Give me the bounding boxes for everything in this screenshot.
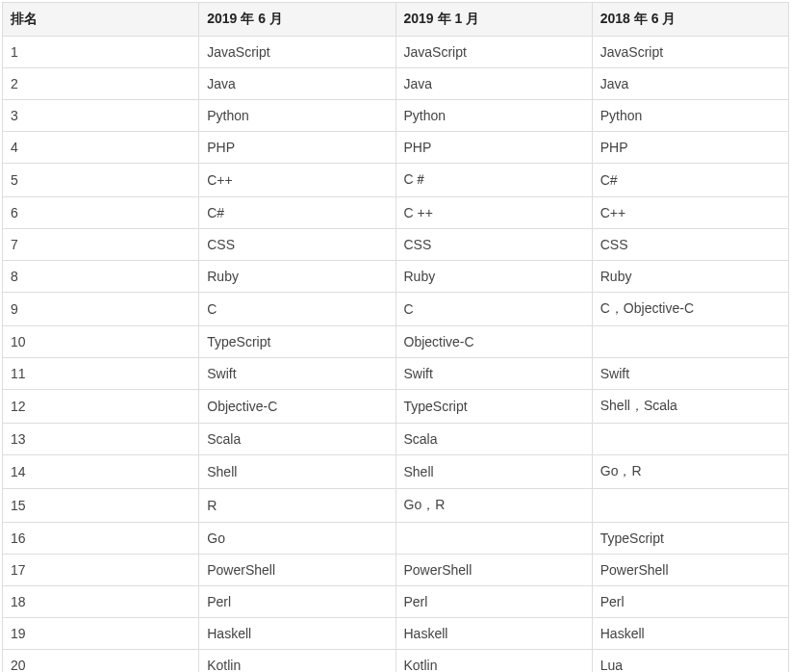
table-row: 2JavaJavaJava [3,68,789,100]
cell-value: Swift [592,358,788,390]
cell-rank: 14 [3,455,199,489]
cell-value: PHP [199,132,396,164]
cell-value: PHP [592,132,788,164]
cell-value: JavaScript [396,37,592,68]
cell-value: C++ [199,164,396,197]
cell-value: Swift [396,358,592,390]
cell-value: Python [396,100,592,132]
cell-rank: 20 [3,650,199,673]
cell-value: Perl [396,586,592,618]
cell-value: Kotlin [396,650,592,673]
cell-value: PowerShell [396,555,592,586]
cell-value: TypeScript [592,523,788,555]
cell-value: PHP [396,132,592,164]
cell-value: Ruby [592,261,788,293]
cell-value: Ruby [396,261,592,293]
table-row: 6C#C ++C++ [3,197,789,229]
cell-value [592,424,788,455]
table-row: 3PythonPythonPython [3,100,789,132]
cell-value: Java [592,68,788,100]
cell-rank: 13 [3,424,199,455]
cell-value: Swift [199,358,396,390]
cell-value: R [199,489,396,523]
cell-value: Scala [199,424,396,455]
table-row: 5C++C＃C# [3,164,789,197]
cell-rank: 5 [3,164,199,197]
cell-value: C，Objective-C [592,293,788,326]
cell-rank: 4 [3,132,199,164]
table-row: 16GoTypeScript [3,523,789,555]
cell-value [592,326,788,358]
cell-value: PowerShell [199,555,396,586]
cell-value: C# [199,197,396,229]
cell-value: Ruby [199,261,396,293]
table-row: 11SwiftSwiftSwift [3,358,789,390]
cell-value: C [396,293,592,326]
cell-value: C [199,293,396,326]
table-row: 17PowerShellPowerShellPowerShell [3,555,789,586]
cell-rank: 3 [3,100,199,132]
cell-value: Objective-C [199,390,396,424]
cell-rank: 8 [3,261,199,293]
cell-value: Scala [396,424,592,455]
cell-rank: 15 [3,489,199,523]
table-row: 14ShellShellGo，R [3,455,789,489]
cell-value: Perl [592,586,788,618]
cell-value: JavaScript [199,37,396,68]
cell-value: C＃ [396,164,592,197]
cell-value: Lua [592,650,788,673]
cell-value: C# [592,164,788,197]
cell-rank: 6 [3,197,199,229]
cell-rank: 2 [3,68,199,100]
cell-value: Shell [396,455,592,489]
cell-value: Haskell [592,618,788,650]
cell-value: Go，R [592,455,788,489]
table-row: 19HaskellHaskellHaskell [3,618,789,650]
table-header-row: 排名 2019 年 6 月 2019 年 1 月 2018 年 6 月 [3,3,789,37]
cell-value: Java [396,68,592,100]
table-row: 8RubyRubyRuby [3,261,789,293]
table-row: 12Objective-CTypeScriptShell，Scala [3,390,789,424]
cell-value: Go，R [396,489,592,523]
cell-value: Haskell [199,618,396,650]
header-period-2: 2019 年 1 月 [396,3,592,37]
cell-value: Objective-C [396,326,592,358]
table-row: 9CCC，Objective-C [3,293,789,326]
table-row: 10TypeScriptObjective-C [3,326,789,358]
cell-value: PowerShell [592,555,788,586]
header-period-3: 2018 年 6 月 [592,3,788,37]
cell-value: Shell，Scala [592,390,788,424]
cell-rank: 9 [3,293,199,326]
cell-value: Java [199,68,396,100]
cell-rank: 10 [3,326,199,358]
cell-rank: 1 [3,37,199,68]
cell-value: Python [199,100,396,132]
cell-value: Python [592,100,788,132]
table-row: 20KotlinKotlinLua [3,650,789,673]
table-body: 1JavaScriptJavaScriptJavaScript 2JavaJav… [3,37,789,673]
cell-value: TypeScript [396,390,592,424]
ranking-table: 排名 2019 年 6 月 2019 年 1 月 2018 年 6 月 1Jav… [2,2,789,672]
cell-rank: 17 [3,555,199,586]
cell-rank: 18 [3,586,199,618]
table-row: 18PerlPerlPerl [3,586,789,618]
header-rank: 排名 [3,3,199,37]
cell-value: CSS [592,229,788,261]
table-row: 4PHPPHPPHP [3,132,789,164]
cell-value: TypeScript [199,326,396,358]
cell-value: JavaScript [592,37,788,68]
table-row: 7CSSCSSCSS [3,229,789,261]
cell-value: CSS [396,229,592,261]
cell-rank: 16 [3,523,199,555]
cell-rank: 11 [3,358,199,390]
cell-value: Perl [199,586,396,618]
header-period-1: 2019 年 6 月 [199,3,396,37]
cell-rank: 19 [3,618,199,650]
cell-rank: 7 [3,229,199,261]
cell-rank: 12 [3,390,199,424]
cell-value [396,523,592,555]
table-row: 15RGo，R [3,489,789,523]
cell-value [592,489,788,523]
cell-value: C++ [592,197,788,229]
table-row: 13ScalaScala [3,424,789,455]
